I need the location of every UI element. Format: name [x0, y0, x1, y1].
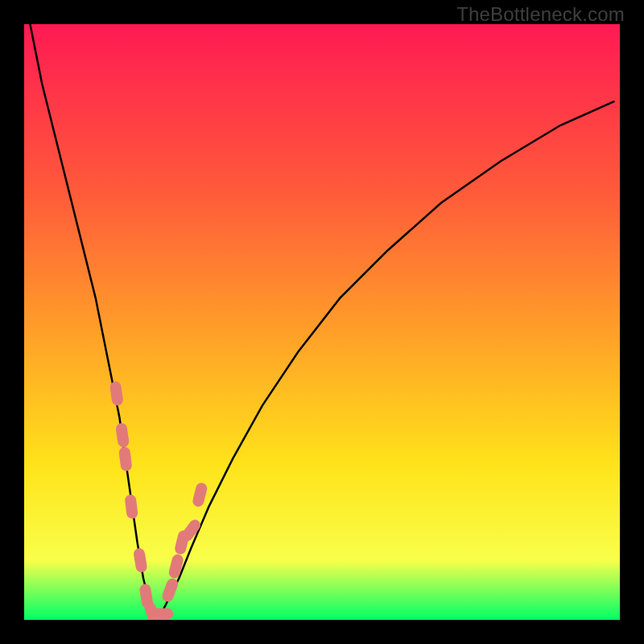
plot-area: [24, 24, 620, 620]
chart-frame: TheBottleneck.com: [0, 0, 644, 644]
watermark-text: TheBottleneck.com: [456, 3, 625, 26]
chart-svg: [24, 24, 620, 620]
marker-point: [149, 609, 173, 620]
